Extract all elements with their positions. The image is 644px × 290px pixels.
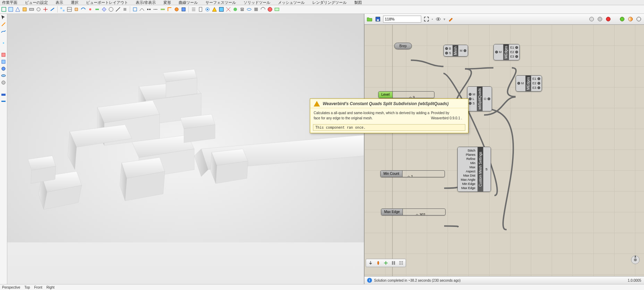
tab-front[interactable]: Front xyxy=(34,285,42,289)
slider-min-count[interactable]: Min Count ◇ 1 xyxy=(380,170,445,177)
gh-btm-icon[interactable] xyxy=(367,260,374,266)
compass-icon[interactable] xyxy=(629,254,641,266)
tool-icon[interactable] xyxy=(253,6,259,12)
gh-tool-icon[interactable] xyxy=(597,16,603,22)
tool-icon[interactable] xyxy=(122,6,128,12)
tool-icon[interactable] xyxy=(232,6,238,12)
menu-item[interactable]: 表示/非表示 xyxy=(136,0,156,5)
tool-icon[interactable] xyxy=(190,6,197,12)
tool-icon[interactable] xyxy=(180,6,187,12)
gh-canvas[interactable]: Brep B S Mesh M M MEdges xyxy=(364,25,644,276)
tool-icon[interactable] xyxy=(260,6,266,12)
svg-point-42 xyxy=(620,17,624,21)
save-icon[interactable] xyxy=(375,16,381,22)
tool-icon[interactable] xyxy=(146,6,152,12)
tool-icon[interactable] xyxy=(167,6,173,12)
tool-icon[interactable] xyxy=(218,6,224,12)
tool-icon[interactable] xyxy=(87,6,93,12)
gh-tool-icon[interactable] xyxy=(588,16,595,22)
gh-tool-icon[interactable] xyxy=(619,16,625,22)
tool-icon[interactable] xyxy=(197,6,204,12)
zoom-extents-icon[interactable] xyxy=(423,16,430,22)
tool-icon[interactable] xyxy=(49,6,56,12)
tool-icon[interactable] xyxy=(115,6,121,12)
tool-icon[interactable] xyxy=(267,6,273,12)
tool-icon[interactable] xyxy=(101,6,107,12)
tool-icon[interactable] xyxy=(42,6,49,12)
tool-icon[interactable] xyxy=(1,28,6,34)
gh-btm-icon[interactable] xyxy=(398,260,404,266)
tool-icon[interactable] xyxy=(139,6,145,12)
menu-item[interactable]: 表示 xyxy=(56,0,63,5)
tool-icon[interactable] xyxy=(1,22,6,27)
rhino-menubar[interactable]: 作業平面 ビューの設定 表示 選択 ビューポートレイアウト 表示/非表示 変形 … xyxy=(0,0,644,5)
gh-tool-icon[interactable] xyxy=(627,16,634,22)
menu-item[interactable]: サーフェスツール xyxy=(205,0,236,5)
tool-icon[interactable] xyxy=(108,6,114,12)
tool-icon[interactable] xyxy=(239,6,245,12)
preview-icon[interactable] xyxy=(435,16,441,22)
menu-item[interactable]: ソリッドツール xyxy=(244,0,270,5)
tool-icon[interactable] xyxy=(246,6,252,12)
tool-icon[interactable] xyxy=(160,6,166,12)
component-wbsplitquads[interactable]: M L S wbSplitQuads O xyxy=(467,86,492,111)
tool-icon[interactable] xyxy=(211,6,218,12)
component-medges[interactable]: M MEdges E1 E2 E3 xyxy=(493,44,520,60)
tool-icon[interactable] xyxy=(1,6,7,12)
tab-perspective[interactable]: Perspective xyxy=(2,285,20,289)
tool-icon[interactable] xyxy=(73,6,79,12)
gh-btm-icon[interactable] xyxy=(390,260,397,266)
tool-icon[interactable] xyxy=(80,6,86,12)
tool-icon[interactable] xyxy=(59,6,66,12)
tool-icon[interactable] xyxy=(1,73,6,78)
component-custom-mesh-settings[interactable]: Stitch Planes Refine Min Max Aspect Max … xyxy=(457,147,491,192)
param-brep[interactable]: Brep xyxy=(394,43,412,49)
menu-item[interactable]: 変形 xyxy=(163,0,171,5)
tab-top[interactable]: Top xyxy=(24,285,30,289)
menu-item[interactable]: 選択 xyxy=(71,0,78,5)
tool-icon[interactable] xyxy=(28,6,35,12)
gh-tool-icon[interactable] xyxy=(636,16,642,22)
tool-icon[interactable] xyxy=(35,6,42,12)
tool-icon[interactable] xyxy=(1,59,6,65)
menu-item[interactable]: 曲線ツール xyxy=(179,0,198,5)
tool-icon[interactable] xyxy=(274,6,280,12)
tool-icon[interactable] xyxy=(22,6,28,12)
gh-tool-icon[interactable] xyxy=(605,16,611,22)
gh-btm-icon[interactable] xyxy=(383,260,389,266)
tool-icon[interactable] xyxy=(132,6,138,12)
tool-icon[interactable] xyxy=(1,66,6,71)
menu-item[interactable]: ビューポートレイアウト xyxy=(86,0,128,5)
tool-icon[interactable] xyxy=(1,99,6,104)
tool-icon[interactable] xyxy=(153,6,159,12)
tool-icon[interactable] xyxy=(225,6,231,12)
tool-icon[interactable] xyxy=(66,6,73,12)
slider-max-edge[interactable]: Max Edge ◇ 302 xyxy=(381,208,446,215)
tool-icon[interactable] xyxy=(94,6,100,12)
open-file-icon[interactable] xyxy=(366,16,373,22)
info-icon: i xyxy=(367,278,372,283)
tool-icon[interactable] xyxy=(15,6,21,12)
menu-item[interactable]: 作業平面 xyxy=(2,0,17,5)
rhino-bottom-tabs[interactable]: Perspective Top Front Right xyxy=(0,284,644,290)
menu-item[interactable]: メッシュツール xyxy=(278,0,305,5)
component-medges[interactable]: M MEdges E1 E2 E3 xyxy=(516,75,542,92)
tool-icon[interactable] xyxy=(1,80,6,85)
menu-item[interactable]: レンダリングツール xyxy=(312,0,347,5)
tool-icon[interactable] xyxy=(1,15,6,20)
tool-icon[interactable] xyxy=(204,6,211,12)
zoom-input[interactable] xyxy=(383,16,421,23)
menu-item[interactable]: 製図 xyxy=(354,0,362,5)
gh-btm-icon[interactable] xyxy=(375,260,381,266)
tab-right[interactable]: Right xyxy=(46,285,54,289)
tool-icon[interactable] xyxy=(1,40,6,46)
tool-icon[interactable] xyxy=(1,52,6,58)
slider-level[interactable]: Level ◇ 3 xyxy=(378,91,434,98)
tool-icon[interactable] xyxy=(8,6,14,12)
rhino-viewport[interactable]: Perspective xyxy=(7,14,364,284)
tool-icon[interactable] xyxy=(173,6,180,12)
sketch-icon[interactable] xyxy=(448,16,454,22)
tool-icon[interactable] xyxy=(1,92,6,97)
component-mesh[interactable]: B S Mesh M xyxy=(443,45,468,57)
menu-item[interactable]: ビューの設定 xyxy=(25,0,48,5)
